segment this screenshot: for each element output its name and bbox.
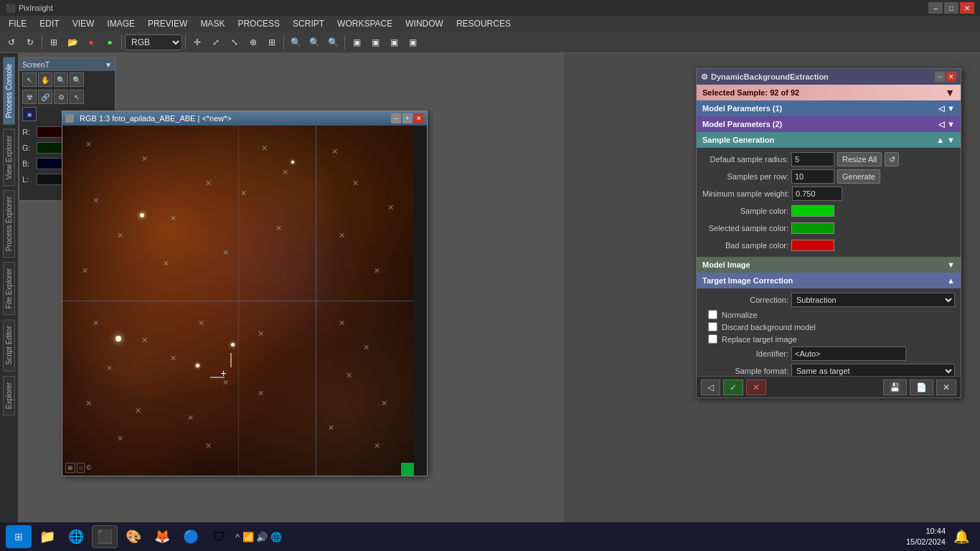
script-editor-tab[interactable]: Script Editor bbox=[3, 319, 15, 371]
sample-color-swatch[interactable] bbox=[791, 205, 834, 217]
sample-marker[interactable]: ✕ bbox=[259, 143, 269, 153]
correction-dropdown[interactable]: Subtraction Division bbox=[791, 293, 955, 307]
sg-up-icon[interactable]: ▲ bbox=[936, 136, 944, 144]
sp-zoom2-button[interactable]: 🔍 bbox=[70, 72, 84, 87]
explorer-tab[interactable]: Explorer bbox=[3, 376, 15, 415]
sp-zoom-button[interactable]: 🔍 bbox=[54, 72, 68, 87]
sp-hand-button[interactable]: ✋ bbox=[38, 72, 52, 87]
menu-file[interactable]: FILE bbox=[3, 17, 32, 30]
sample-marker[interactable]: ✕ bbox=[168, 353, 178, 363]
model-params-2-section[interactable]: Model Parameters (2) ◁ ▼ bbox=[697, 116, 961, 132]
selected-color-swatch[interactable] bbox=[791, 222, 834, 234]
sample-marker[interactable]: ✕ bbox=[168, 213, 178, 223]
undo-button[interactable]: ↺ bbox=[3, 34, 20, 51]
close-button[interactable]: ✕ bbox=[960, 2, 974, 14]
color-button1[interactable]: ● bbox=[83, 34, 100, 51]
image-minimize-button[interactable]: – bbox=[391, 113, 401, 123]
sp-radiation-button[interactable]: ☢ bbox=[22, 90, 37, 104]
select-button[interactable]: ▣ bbox=[348, 34, 365, 51]
notification-button[interactable]: 🔔 bbox=[948, 525, 974, 548]
sample-marker[interactable]: ✕ bbox=[90, 318, 100, 328]
zoom-fit-button[interactable]: ⤡ bbox=[226, 34, 243, 51]
arrow-action-button[interactable]: ◁ bbox=[701, 380, 720, 395]
taskbar-pixinsight[interactable]: ⬛ bbox=[92, 525, 118, 548]
dbe-minimize-button[interactable]: – bbox=[935, 72, 945, 82]
taskbar-app1[interactable]: 🔵 bbox=[178, 525, 204, 548]
sample-marker[interactable]: ✕ bbox=[372, 441, 382, 451]
sample-marker[interactable]: ✕ bbox=[362, 343, 372, 353]
sp-cursor-button[interactable]: ↖ bbox=[70, 90, 84, 104]
menu-window[interactable]: WINDOW bbox=[400, 17, 449, 30]
image-maximize-button[interactable]: + bbox=[402, 113, 413, 123]
sample-marker[interactable]: ✕ bbox=[221, 377, 231, 387]
sample-marker[interactable]: ✕ bbox=[379, 399, 389, 409]
sp-link-button[interactable]: 🔗 bbox=[38, 90, 52, 104]
file-explorer-tab[interactable]: File Explorer bbox=[3, 262, 15, 315]
generate-button[interactable]: Generate bbox=[837, 169, 880, 184]
menu-script[interactable]: SCRIPT bbox=[287, 17, 330, 30]
sample-marker[interactable]: ✕ bbox=[273, 224, 283, 234]
taskbar-paint[interactable]: 🎨 bbox=[121, 525, 146, 548]
sample-marker[interactable]: ✕ bbox=[140, 336, 150, 346]
maximize-button[interactable]: □ bbox=[944, 2, 958, 14]
select4-button[interactable]: ▣ bbox=[404, 34, 421, 51]
model-params-1-section[interactable]: Model Parameters (1) ◁ ▼ bbox=[697, 100, 961, 116]
select2-button[interactable]: ▣ bbox=[367, 34, 384, 51]
discard-bg-checkbox[interactable] bbox=[708, 322, 717, 331]
reset-radius-button[interactable]: ↺ bbox=[885, 152, 899, 166]
taskbar-file-manager[interactable]: 📁 bbox=[34, 525, 60, 548]
taskbar-browser[interactable]: 🌐 bbox=[63, 525, 89, 548]
samples-per-row-input[interactable] bbox=[791, 169, 834, 184]
selected-sample-arrow[interactable]: ▼ bbox=[945, 87, 955, 98]
identifier-input[interactable] bbox=[791, 347, 906, 361]
color-space-dropdown[interactable]: RGB bbox=[125, 34, 182, 50]
sample-marker[interactable]: ✕ bbox=[83, 140, 93, 150]
resize-all-button[interactable]: Resize All bbox=[837, 152, 882, 166]
sample-marker[interactable]: ✕ bbox=[186, 413, 196, 423]
model-image-section[interactable]: Model Image ▼ bbox=[697, 257, 961, 273]
sample-marker[interactable]: ✕ bbox=[140, 154, 150, 164]
redo-button[interactable]: ↻ bbox=[22, 34, 39, 51]
bad-color-swatch[interactable] bbox=[791, 240, 834, 251]
sample-marker[interactable]: ✕ bbox=[326, 423, 336, 433]
menu-image[interactable]: IMAGE bbox=[101, 17, 141, 30]
zoom-100-button[interactable]: 🔍 bbox=[324, 34, 341, 51]
img-bottom-ctrl2[interactable]: ○ bbox=[77, 463, 85, 473]
sample-marker[interactable]: ✕ bbox=[90, 196, 100, 206]
sample-marker[interactable]: ✕ bbox=[116, 230, 126, 240]
select3-button[interactable]: ▣ bbox=[385, 34, 402, 51]
menu-edit[interactable]: EDIT bbox=[34, 17, 65, 30]
menu-workspace[interactable]: WORKSPACE bbox=[331, 17, 398, 30]
sample-marker[interactable]: ✕ bbox=[386, 202, 396, 212]
menu-resources[interactable]: RESOURCES bbox=[451, 17, 517, 30]
menu-view[interactable]: VIEW bbox=[67, 17, 100, 30]
process-explorer-tab[interactable]: Process Explorer bbox=[3, 190, 15, 258]
dbe-close-button[interactable]: ✕ bbox=[946, 72, 956, 82]
default-radius-input[interactable] bbox=[791, 152, 834, 166]
sample-marker[interactable]: ✕ bbox=[203, 178, 213, 188]
menu-process[interactable]: PROCESS bbox=[232, 17, 286, 30]
sample-marker[interactable]: ✕ bbox=[344, 371, 354, 381]
sample-marker[interactable]: ✕ bbox=[105, 364, 115, 374]
replace-target-checkbox[interactable] bbox=[708, 334, 717, 344]
target-correction-up-arrow[interactable]: ▲ bbox=[947, 276, 955, 285]
minimize-button[interactable]: – bbox=[928, 2, 943, 14]
sample-generation-section[interactable]: Sample Generation ▲ ▼ bbox=[697, 132, 961, 148]
close-panel-button[interactable]: ✕ bbox=[936, 380, 956, 395]
sample-marker[interactable]: ✕ bbox=[336, 230, 347, 240]
sample-marker[interactable]: ✕ bbox=[80, 265, 90, 276]
center-button[interactable]: ⊕ bbox=[245, 34, 262, 51]
menu-mask[interactable]: MASK bbox=[194, 17, 230, 30]
start-button[interactable]: ⊞ bbox=[6, 525, 32, 548]
normalize-checkbox[interactable] bbox=[708, 310, 717, 319]
menu-preview[interactable]: PREVIEW bbox=[142, 17, 193, 30]
move-button[interactable]: ✛ bbox=[189, 34, 206, 51]
cancel-action-button[interactable]: ✕ bbox=[746, 380, 766, 395]
zoom-in-button[interactable]: 🔍 bbox=[287, 34, 304, 51]
img-bottom-ctrl1[interactable]: ⊕ bbox=[65, 463, 75, 473]
save-script-button[interactable]: 💾 bbox=[883, 380, 907, 395]
sp-blue-button[interactable]: ■ bbox=[22, 107, 37, 121]
process-console-tab[interactable]: Process Console bbox=[3, 57, 15, 125]
sg-expand-icon[interactable]: ▼ bbox=[947, 136, 955, 144]
sample-marker[interactable]: ✕ bbox=[351, 178, 361, 188]
